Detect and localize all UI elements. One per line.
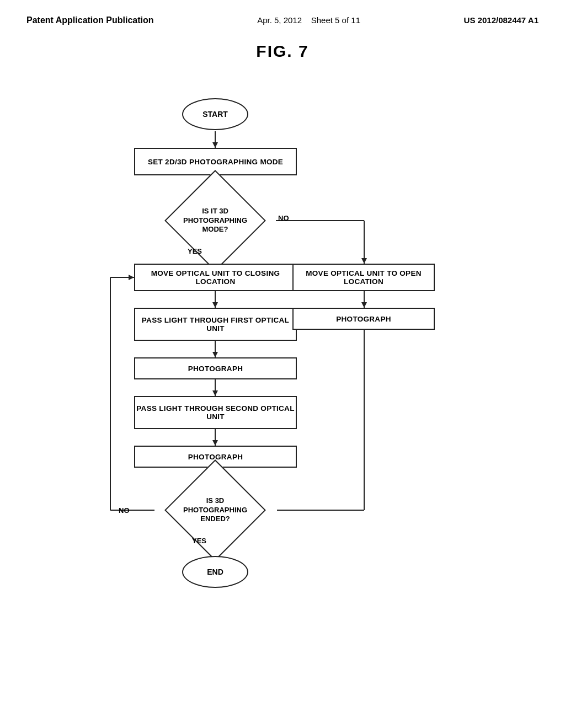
publication-title: Patent Application Publication xyxy=(26,15,154,25)
s150-box: MOVE OPTICAL UNIT TO CLOSING LOCATION xyxy=(134,264,297,291)
end-oval: END xyxy=(182,556,248,588)
s155-box: PASS LIGHT THROUGH FIRST OPTICAL UNIT xyxy=(134,308,297,341)
s190-no-label: NO xyxy=(119,506,130,515)
s190-diamond: IS 3DPHOTOGRAPHINGENDED? xyxy=(154,485,276,535)
page-header: Patent Application Publication Apr. 5, 2… xyxy=(0,0,565,25)
s190-yes-label: YES xyxy=(192,537,206,545)
s130-box: MOVE OPTICAL UNIT TO OPEN LOCATION xyxy=(292,264,435,291)
flowchart-diagram: START S110 SET 2D/3D PHOTOGRAPHING MODE … xyxy=(0,66,565,700)
svg-marker-8 xyxy=(361,258,367,264)
start-oval: START xyxy=(182,98,248,130)
s140-box: PHOTOGRAPH xyxy=(292,308,435,330)
svg-marker-24 xyxy=(129,275,134,280)
s160-box: PHOTOGRAPH xyxy=(134,357,297,379)
patent-number: US 2012/082447 A1 xyxy=(464,15,539,25)
svg-marker-26 xyxy=(361,302,367,308)
svg-marker-10 xyxy=(212,302,218,308)
sheet-info: Sheet 5 of 11 xyxy=(311,15,360,25)
svg-marker-14 xyxy=(212,390,218,396)
header-center: Apr. 5, 2012 Sheet 5 of 11 xyxy=(257,15,360,25)
svg-marker-16 xyxy=(212,440,218,446)
s120-yes-label: YES xyxy=(188,247,202,255)
s120-diamond: IS IT 3DPHOTOGRAPHINGMODE? xyxy=(154,196,276,245)
s120-no-label: NO xyxy=(278,214,289,222)
svg-marker-12 xyxy=(212,352,218,357)
svg-marker-1 xyxy=(212,142,218,148)
pub-date: Apr. 5, 2012 xyxy=(257,15,302,25)
figure-title: FIG. 7 xyxy=(0,42,565,61)
s170-box: PASS LIGHT THROUGH SECOND OPTICAL UNIT xyxy=(134,396,297,429)
